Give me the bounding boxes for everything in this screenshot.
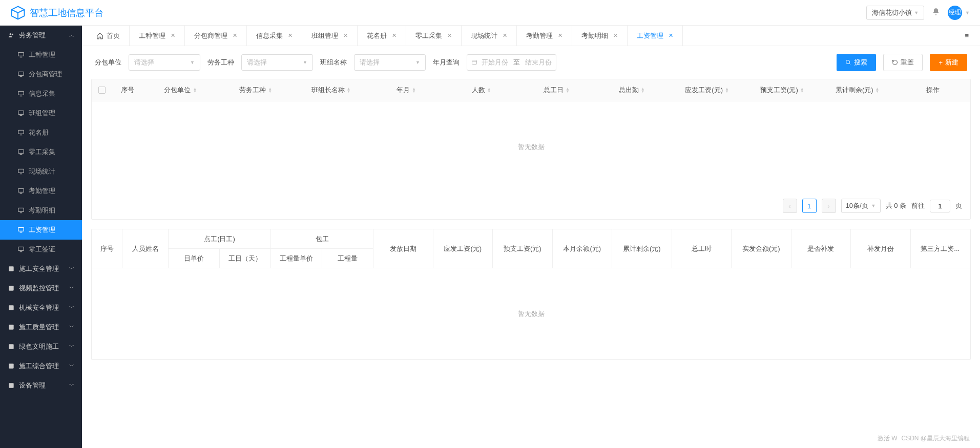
select-team[interactable]: 请选择 ▼ xyxy=(354,54,426,71)
sidebar-group[interactable]: 施工质量管理﹀ xyxy=(0,317,82,337)
close-icon[interactable]: ✕ xyxy=(233,32,237,39)
table-column-header[interactable]: 班组长名称▲▼ xyxy=(294,79,369,101)
page-next[interactable]: › xyxy=(822,199,836,213)
tab-overflow-menu[interactable]: ≡ xyxy=(958,32,975,39)
close-icon[interactable]: ✕ xyxy=(558,32,562,39)
monitor-icon xyxy=(17,90,25,97)
detail-table-header: 序号 人员姓名 点工(日工) 日单价 工日（天） 包工 xyxy=(92,229,970,268)
header-right: 海信花街小镇 ▼ 经理 ▼ xyxy=(866,6,970,20)
close-icon[interactable]: ✕ xyxy=(669,32,673,39)
sidebar-item[interactable]: 零工采集 xyxy=(0,142,82,162)
monitor-icon xyxy=(17,168,25,175)
table-column-header[interactable]: 年月▲▼ xyxy=(368,79,444,101)
table-column-header[interactable]: 分包单位▲▼ xyxy=(143,79,218,101)
svg-point-2 xyxy=(10,33,12,35)
close-icon[interactable]: ✕ xyxy=(447,32,452,39)
sidebar-item[interactable]: 现场统计 xyxy=(0,162,82,181)
monitor-icon xyxy=(17,71,25,78)
tab[interactable]: 信息采集✕ xyxy=(247,26,302,46)
sidebar-group[interactable]: 设备管理﹀ xyxy=(0,376,82,395)
main-layout: 劳务管理 ︿ 工种管理分包商管理信息采集班组管理花名册零工采集现场统计考勤管理考… xyxy=(0,26,980,448)
sidebar-group[interactable]: 机械安全管理﹀ xyxy=(0,298,82,317)
tab[interactable]: 现场统计✕ xyxy=(462,26,517,46)
chevron-down-icon: ﹀ xyxy=(69,304,74,311)
tab-label: 分包商管理 xyxy=(194,31,227,40)
select-labortype[interactable]: 请选择 ▼ xyxy=(241,54,313,71)
table-column-header[interactable]: 总出勤▲▼ xyxy=(594,79,670,101)
sidebar-group-label: 绿色文明施工 xyxy=(19,342,59,351)
tab[interactable]: 花名册✕ xyxy=(358,26,406,46)
table-column-header[interactable]: 应发工资(元)▲▼ xyxy=(670,79,745,101)
page-number[interactable]: 1 xyxy=(802,199,817,213)
logo-area: 智慧工地信息平台 xyxy=(10,5,103,20)
tab[interactable]: 考勤明细✕ xyxy=(572,26,628,46)
table-column-header[interactable]: 预支工资(元)▲▼ xyxy=(745,79,820,101)
close-icon[interactable]: ✕ xyxy=(288,32,293,39)
table-column-header[interactable]: 序号 xyxy=(112,79,143,101)
page-prev[interactable]: ‹ xyxy=(783,199,797,213)
page-size-select[interactable]: 10条/页 ▼ xyxy=(841,199,881,213)
sidebar-item[interactable]: 分包商管理 xyxy=(0,65,82,84)
table-column-header[interactable]: 人数▲▼ xyxy=(444,79,519,101)
sidebar-item[interactable]: 工资管理 xyxy=(0,220,82,240)
tab[interactable]: 工资管理✕ xyxy=(628,26,683,46)
sidebar-item[interactable]: 信息采集 xyxy=(0,84,82,103)
new-button[interactable]: + 新建 xyxy=(930,54,967,71)
tab[interactable]: 首页 xyxy=(87,26,130,46)
close-icon[interactable]: ✕ xyxy=(392,32,397,39)
sidebar-item[interactable]: 工种管理 xyxy=(0,45,82,65)
close-icon[interactable]: ✕ xyxy=(613,32,618,39)
select-subunit[interactable]: 请选择 ▼ xyxy=(129,54,200,71)
sidebar-item[interactable]: 考勤管理 xyxy=(0,181,82,201)
sidebar-group-label: 施工综合管理 xyxy=(19,361,59,371)
tab-label: 考勤管理 xyxy=(526,31,553,40)
sort-icon: ▲▼ xyxy=(412,88,416,93)
plus-icon: + xyxy=(939,59,943,67)
search-button[interactable]: 搜索 xyxy=(837,54,876,71)
chevron-down-icon: ▼ xyxy=(190,60,195,65)
tab[interactable]: 工种管理✕ xyxy=(130,26,185,46)
sidebar-item[interactable]: 零工签证 xyxy=(0,240,82,259)
sidebar-group-labor[interactable]: 劳务管理 ︿ xyxy=(0,26,82,45)
table-column-header[interactable]: 累计剩余(元)▲▼ xyxy=(820,79,895,101)
sidebar-group-label: 视频监控管理 xyxy=(19,284,59,293)
home-icon xyxy=(96,32,103,39)
table-column-header[interactable]: 操作 xyxy=(895,79,970,101)
user-menu[interactable]: 经理 ▼ xyxy=(948,6,970,20)
close-icon[interactable]: ✕ xyxy=(343,32,348,39)
site-selector[interactable]: 海信花街小镇 ▼ xyxy=(866,6,924,20)
close-icon[interactable]: ✕ xyxy=(171,32,175,39)
table-column-header[interactable]: 劳务工种▲▼ xyxy=(218,79,294,101)
sidebar-group[interactable]: 施工综合管理﹀ xyxy=(0,356,82,376)
app-header: 智慧工地信息平台 海信花街小镇 ▼ 经理 ▼ xyxy=(0,0,980,26)
tab[interactable]: 零工采集✕ xyxy=(406,26,462,46)
chevron-down-icon: ﹀ xyxy=(69,362,74,370)
tab[interactable]: 分包商管理✕ xyxy=(185,26,247,46)
badge-icon xyxy=(8,324,15,331)
date-range-input[interactable]: 开始月份 至 结束月份 xyxy=(467,54,556,71)
sort-icon: ▲▼ xyxy=(800,88,804,93)
bell-icon[interactable] xyxy=(932,8,940,18)
svg-rect-37 xyxy=(9,266,13,271)
detail-table-panel: 序号 人员姓名 点工(日工) 日单价 工日（天） 包工 xyxy=(91,229,971,360)
page-goto-input[interactable] xyxy=(930,200,950,212)
sidebar-group[interactable]: 施工安全管理﹀ xyxy=(0,259,82,279)
avatar: 经理 xyxy=(948,6,962,20)
sort-icon: ▲▼ xyxy=(268,88,272,93)
col-piece-qty: 工程量 xyxy=(322,249,373,268)
sidebar-group[interactable]: 视频监控管理﹀ xyxy=(0,279,82,298)
chip-icon xyxy=(8,382,15,389)
sidebar-item[interactable]: 考勤明细 xyxy=(0,201,82,220)
tab[interactable]: 考勤管理✕ xyxy=(517,26,572,46)
sidebar-group-label: 施工质量管理 xyxy=(19,323,59,332)
sidebar-item[interactable]: 花名册 xyxy=(0,123,82,142)
reset-button[interactable]: 重置 xyxy=(883,54,923,71)
table-column-header[interactable]: 总工日▲▼ xyxy=(519,79,594,101)
col-day-count: 工日（天） xyxy=(220,249,271,268)
sidebar-group[interactable]: 绿色文明施工﹀ xyxy=(0,337,82,356)
sidebar-item[interactable]: 班组管理 xyxy=(0,103,82,123)
checkbox-all[interactable] xyxy=(92,79,112,101)
chevron-down-icon: ﹀ xyxy=(69,265,74,272)
close-icon[interactable]: ✕ xyxy=(503,32,507,39)
tab[interactable]: 班组管理✕ xyxy=(302,26,358,46)
